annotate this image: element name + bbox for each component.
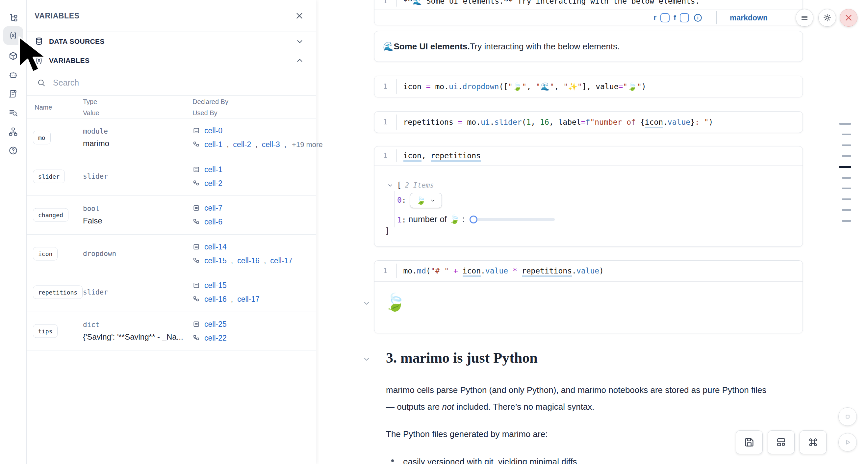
- notebook-menu-button[interactable]: [796, 9, 813, 27]
- variable-type: bool: [83, 205, 102, 213]
- cell-footer: rfmarkdown: [374, 10, 803, 25]
- cell-link[interactable]: cell-17: [270, 256, 292, 265]
- info-icon[interactable]: [693, 13, 703, 23]
- activity-ai-assistant[interactable]: [3, 66, 23, 84]
- cell-md-render[interactable]: 1mo.md("# " + icon.value * repetitions.v…: [374, 260, 803, 333]
- minimap-mark[interactable]: [839, 123, 851, 125]
- chevron-down-icon[interactable]: [296, 37, 304, 46]
- notebook-area: 1**🌊 Some UI elements.** Try interacting…: [316, 0, 868, 464]
- variable-row: tipsdict{'Saving': '**Saving** - _Na...c…: [27, 312, 316, 351]
- used-by-icon: [192, 141, 200, 148]
- cell-link[interactable]: cell-0: [204, 126, 222, 135]
- line-number: 1: [374, 152, 396, 160]
- cell-link[interactable]: cell-25: [204, 319, 227, 329]
- cell-link[interactable]: cell-17: [237, 295, 259, 304]
- save-button[interactable]: [736, 430, 763, 454]
- sitemap-icon: [8, 127, 18, 136]
- shutdown-button[interactable]: [840, 9, 858, 27]
- cell-link[interactable]: cell-16: [204, 295, 227, 304]
- cell-markdown-output: 🌊 Some UI elements. Try interacting with…: [374, 31, 803, 62]
- used-by-icon: [192, 218, 200, 226]
- chevron-up-icon[interactable]: [296, 56, 304, 65]
- minimap-mark[interactable]: [842, 198, 851, 200]
- cell-link[interactable]: cell-3: [262, 140, 280, 149]
- gear-icon: [823, 13, 832, 22]
- activity-file-explorer[interactable]: [3, 9, 23, 27]
- cell-dropdown[interactable]: 1icon = mo.ui.dropdown(["🍃", "🌊", "✨"], …: [374, 76, 803, 97]
- keyboard-shortcuts-button[interactable]: [800, 430, 827, 454]
- cell-link[interactable]: cell-6: [204, 218, 222, 226]
- stop-button[interactable]: [838, 407, 857, 426]
- cell-link[interactable]: cell-15: [204, 256, 227, 265]
- marimo-app: VARIABLES DATA SOURCES VARIABLES Name Ty…: [0, 0, 868, 464]
- variable-name-badge: repetitions: [33, 286, 83, 299]
- section-label: VARIABLES: [49, 57, 90, 64]
- cell-link[interactable]: cell-2: [233, 140, 251, 149]
- variables-table-header: Name TypeValue Declared ByUsed By: [27, 95, 316, 119]
- col-declared-used: Declared ByUsed By: [192, 96, 228, 119]
- activity-dependencies[interactable]: [3, 122, 23, 141]
- file-tree-icon: [8, 13, 18, 23]
- activity-snippets[interactable]: [3, 104, 23, 122]
- cell-link[interactable]: cell-1: [204, 140, 222, 149]
- section-data-sources[interactable]: DATA SOURCES: [27, 32, 316, 51]
- cell-link[interactable]: cell-22: [204, 333, 227, 342]
- code-editor[interactable]: 1icon = mo.ui.dropdown(["🍃", "🌊", "✨"], …: [374, 76, 803, 97]
- layout-button[interactable]: [768, 430, 795, 454]
- toggle-f-checkbox[interactable]: [680, 13, 689, 22]
- cell-link[interactable]: cell-1: [204, 165, 222, 174]
- minimap-mark[interactable]: [842, 209, 851, 211]
- database-icon: [35, 37, 43, 46]
- variable-row: repetitionsslidercell-15cell-16,cell-17: [27, 273, 316, 312]
- code-editor[interactable]: 1repetitions = mo.ui.slider(1, 16, label…: [374, 112, 803, 133]
- activity-help[interactable]: [3, 142, 23, 160]
- item-count: 2 Items: [405, 181, 434, 189]
- minimap-mark[interactable]: [842, 145, 851, 147]
- cell-markdown-source[interactable]: 1**🌊 Some UI elements.** Try interacting…: [374, 0, 803, 25]
- collapse-cell-icon[interactable]: [362, 299, 371, 307]
- menu-icon: [800, 13, 809, 22]
- minimap-mark[interactable]: [842, 220, 851, 222]
- declared-by-icon: [192, 282, 200, 289]
- minimap-mark[interactable]: [842, 177, 851, 179]
- cell-link[interactable]: cell-16: [237, 256, 259, 265]
- language-button[interactable]: markdown: [730, 13, 768, 22]
- declared-by-icon: [192, 127, 200, 134]
- settings-button[interactable]: [818, 9, 836, 27]
- variables-panel: VARIABLES DATA SOURCES VARIABLES Name Ty…: [27, 0, 316, 464]
- code-line: mo.md("# " + icon.value * repetitions.va…: [397, 267, 604, 275]
- activity-variables[interactable]: [3, 26, 23, 45]
- chevron-down-icon[interactable]: [387, 182, 394, 189]
- emoji-output: 🍃: [384, 293, 406, 311]
- cell-slider[interactable]: 1repetitions = mo.ui.slider(1, 16, label…: [374, 111, 803, 133]
- cell-link[interactable]: cell-15: [204, 281, 227, 290]
- slider-thumb[interactable]: [469, 216, 477, 223]
- panel-header: VARIABLES: [27, 0, 316, 32]
- activity-logs[interactable]: [3, 85, 23, 103]
- code-editor[interactable]: 1mo.md("# " + icon.value * repetitions.v…: [374, 260, 803, 281]
- minimap-mark[interactable]: [842, 155, 851, 157]
- section-label: DATA SOURCES: [49, 37, 105, 45]
- cell-expression[interactable]: 1icon, repetitions[2 Items0:🍃1:number of…: [374, 146, 803, 247]
- minimap-mark-active[interactable]: [839, 166, 851, 168]
- run-button[interactable]: [838, 433, 857, 452]
- close-icon[interactable]: [295, 11, 304, 21]
- minimap-mark[interactable]: [842, 188, 851, 190]
- search-input[interactable]: [53, 78, 283, 88]
- variable-value: False: [83, 216, 102, 225]
- toggle-r-checkbox[interactable]: [660, 13, 670, 22]
- code-editor[interactable]: 1icon, repetitions: [374, 147, 803, 165]
- dropdown-widget[interactable]: 🍃: [410, 193, 442, 208]
- activity-packages[interactable]: [3, 47, 23, 65]
- cell-link[interactable]: cell-2: [204, 179, 222, 188]
- section-variables[interactable]: VARIABLES: [27, 51, 316, 70]
- code-editor[interactable]: 1**🌊 Some UI elements.** Try interacting…: [374, 0, 803, 9]
- slider-widget[interactable]: [470, 218, 555, 221]
- stop-icon: [843, 412, 852, 421]
- minimap-mark[interactable]: [842, 133, 851, 135]
- cell-link[interactable]: cell-7: [204, 204, 222, 213]
- item-index: 1:: [397, 216, 406, 224]
- cell-link[interactable]: cell-14: [204, 242, 227, 251]
- declared-by-icon: [192, 320, 200, 328]
- collapse-section-icon[interactable]: [362, 355, 371, 363]
